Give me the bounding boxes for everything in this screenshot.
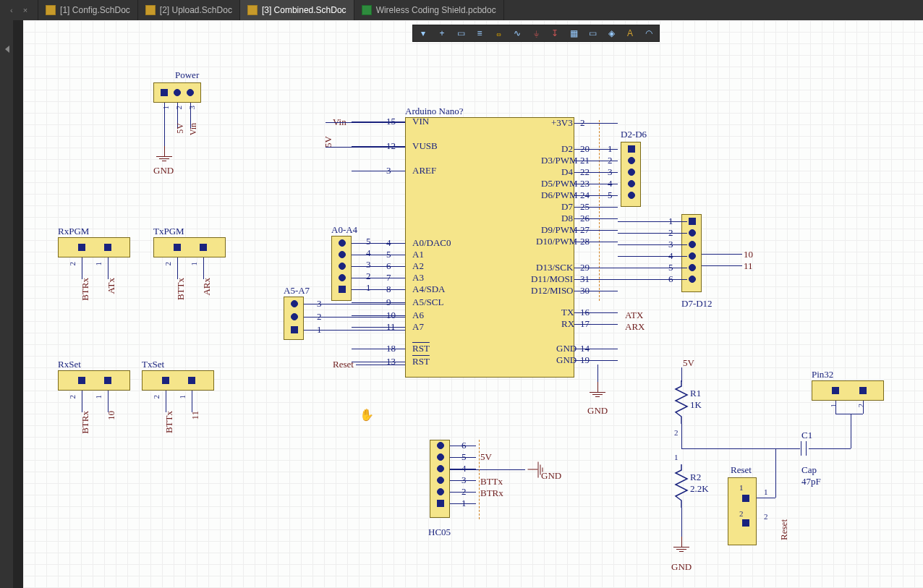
- pin[interactable]: [174, 244, 181, 251]
- d2d6-pin[interactable]: [628, 180, 635, 187]
- wire: [574, 279, 618, 280]
- tab-prev-close[interactable]: ‹×: [0, 0, 38, 20]
- crosshair-icon[interactable]: +: [436, 27, 448, 39]
- wire: [574, 291, 618, 291]
- pin[interactable]: [742, 495, 749, 502]
- pin-num: 1: [190, 262, 198, 266]
- rxpgm-header[interactable]: [58, 237, 130, 257]
- power-icon[interactable]: ↧: [549, 27, 561, 39]
- a0a4-pin[interactable]: [339, 251, 346, 258]
- net-5v: 5V: [323, 136, 334, 148]
- select-rect-icon[interactable]: ▭: [455, 27, 467, 39]
- pin[interactable]: [742, 519, 749, 527]
- wire: [574, 360, 618, 361]
- tab-pcb[interactable]: Wireless Coding Shield.pcbdoc: [354, 0, 504, 20]
- net-5v: 5V: [175, 123, 186, 134]
- pin[interactable]: [200, 244, 207, 251]
- d2d6-pin[interactable]: [628, 169, 635, 176]
- d7d12-pin[interactable]: [689, 218, 696, 225]
- pin-num: 2: [163, 262, 172, 266]
- a5a7-pin[interactable]: [291, 300, 298, 307]
- pin[interactable]: [104, 377, 111, 384]
- power-pin-2[interactable]: [174, 89, 181, 96]
- wire: [82, 391, 82, 412]
- d2d6-pin[interactable]: [628, 157, 635, 164]
- header-pin-number: 2: [608, 155, 613, 166]
- part-icon[interactable]: ▦: [568, 27, 579, 39]
- pin[interactable]: [162, 377, 169, 384]
- arc-icon[interactable]: ◠: [643, 27, 655, 39]
- align-icon[interactable]: ≡: [474, 27, 485, 39]
- a0a4-pin[interactable]: [339, 274, 346, 281]
- close-icon[interactable]: ×: [20, 6, 30, 14]
- gnd-label: GND: [153, 165, 174, 176]
- wire: [851, 414, 851, 422]
- hc05-pin[interactable]: [437, 488, 444, 495]
- d7d12-pin[interactable]: [689, 229, 696, 237]
- wire: [618, 244, 687, 245]
- net-icon[interactable]: ∿: [511, 27, 523, 39]
- hc05-pin[interactable]: [437, 500, 444, 507]
- text-icon[interactable]: A: [624, 27, 636, 39]
- txset-header[interactable]: [142, 370, 214, 391]
- header-pin-number: 4: [608, 178, 613, 189]
- wire: [352, 327, 405, 328]
- ic-pin-name: D13/SCK: [536, 262, 571, 273]
- net-10: 10: [744, 249, 753, 260]
- txpgm-header[interactable]: [153, 237, 226, 257]
- pin[interactable]: [188, 377, 195, 384]
- sheet-icon[interactable]: ▭: [587, 27, 598, 39]
- wire: [809, 448, 851, 449]
- header-pin-number: 5: [608, 189, 613, 201]
- ground-icon[interactable]: ⏚: [530, 27, 542, 39]
- pin[interactable]: [859, 387, 867, 394]
- schematic-canvas[interactable]: ▾+▭≡⏛∿⏚↧▦▭◈A◠ Power 1 2 3 5V Vin GND RxP…: [23, 20, 923, 588]
- ic-pin-name: D7: [561, 201, 571, 213]
- power-pin-3[interactable]: [187, 89, 194, 96]
- d7d12-pin[interactable]: [689, 264, 696, 271]
- rxset-header[interactable]: [58, 370, 130, 391]
- ic-pin-name: D10/PWM: [536, 236, 571, 247]
- tab-config[interactable]: [1] Config.SchDoc: [38, 0, 138, 20]
- filter-icon[interactable]: ▾: [417, 27, 429, 39]
- wire: [304, 330, 405, 331]
- d2d6-pin[interactable]: [628, 192, 635, 199]
- r1-resistor[interactable]: [674, 380, 689, 424]
- power-pin-1[interactable]: [161, 89, 168, 96]
- net-arx: ARx: [201, 278, 213, 296]
- tab-upload[interactable]: [2] Upload.SchDoc: [138, 0, 240, 20]
- r2-resistor[interactable]: [674, 464, 689, 508]
- ic-pin-name: A1: [412, 249, 424, 260]
- a0a4-pin[interactable]: [339, 286, 346, 293]
- gnd-symbol: [587, 382, 608, 397]
- d7d12-pin[interactable]: [689, 276, 696, 283]
- ic-pin-name: VIN: [412, 116, 429, 127]
- d2d6-pin[interactable]: [628, 145, 635, 153]
- hc05-pin[interactable]: [437, 465, 444, 472]
- hc05-pin[interactable]: [437, 477, 444, 484]
- wire: [352, 349, 405, 349]
- expand-panel-icon[interactable]: [4, 46, 9, 53]
- header-pin-number: 1: [608, 143, 613, 155]
- a0a4-pin[interactable]: [339, 239, 346, 247]
- net-bttx: BTTx: [175, 278, 187, 300]
- pin[interactable]: [78, 244, 85, 251]
- a0a4-pin[interactable]: [339, 263, 346, 270]
- panel-gutter: [0, 20, 13, 588]
- a5a7-pin[interactable]: [291, 326, 298, 333]
- d7d12-pin[interactable]: [689, 241, 696, 248]
- wire: [352, 315, 405, 316]
- c1-capacitor[interactable]: [799, 441, 809, 458]
- port-icon[interactable]: ◈: [605, 27, 617, 39]
- pin[interactable]: [832, 387, 839, 394]
- pin[interactable]: [78, 377, 85, 384]
- tab-combined[interactable]: [3] Combined.SchDoc: [240, 0, 354, 20]
- resistor-icon[interactable]: ⏛: [493, 27, 504, 39]
- hc05-pin[interactable]: [437, 442, 444, 449]
- a5a7-pin[interactable]: [291, 313, 298, 320]
- d7d12-pin[interactable]: [689, 252, 696, 260]
- pin32-header[interactable]: [812, 380, 884, 401]
- schematic-doc-icon: [145, 5, 156, 15]
- pin[interactable]: [104, 244, 111, 251]
- hc05-pin[interactable]: [437, 453, 444, 461]
